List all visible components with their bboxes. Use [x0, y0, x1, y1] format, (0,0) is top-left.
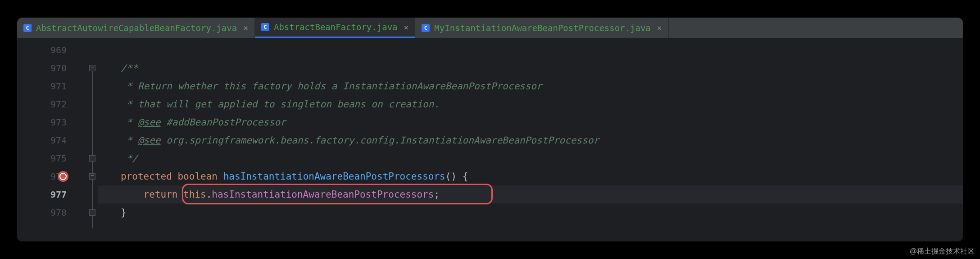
line-number: 973 [50, 117, 67, 128]
comment: * @see org.springframework.beans.factory… [121, 135, 599, 146]
comment: * that will get applied to singleton bea… [121, 99, 440, 110]
editor-window: C AbstractAutowireCapableBeanFactory.jav… [17, 18, 963, 241]
line-number: 970 [50, 63, 67, 74]
line-number: 972 [50, 99, 67, 110]
line-number: 974 [50, 135, 67, 146]
comment: * Return whether this factory holds a In… [121, 81, 542, 92]
class-icon: C [23, 24, 32, 32]
close-icon[interactable]: × [657, 23, 662, 32]
closing-brace: } [121, 207, 127, 218]
breakpoint-icon[interactable] [58, 171, 68, 182]
line-number: 969 [50, 45, 67, 56]
watermark: @稀土掘金技术社区 [910, 247, 975, 256]
tab-file-3[interactable]: C MyInstantiationAwareBeanPostProcessor.… [415, 18, 668, 38]
close-icon[interactable]: × [404, 23, 409, 32]
tab-label: AbstractBeanFactory.java [274, 22, 398, 32]
line-number: 977 [50, 189, 67, 200]
gutter: 969 970 971 972 973 974 975 976 977 💡 97… [17, 38, 98, 241]
fold-icon[interactable] [89, 65, 95, 71]
comment: /** [121, 63, 138, 74]
tab-bar: C AbstractAutowireCapableBeanFactory.jav… [17, 18, 963, 38]
tab-label: MyInstantiationAwareBeanPostProcessor.ja… [434, 23, 650, 33]
fold-icon[interactable] [89, 155, 95, 162]
fold-icon[interactable] [89, 209, 95, 216]
code-content[interactable]: /** * Return whether this factory holds … [98, 38, 963, 241]
close-icon[interactable]: × [243, 23, 248, 32]
class-icon: C [261, 23, 269, 31]
class-icon: C [422, 24, 430, 32]
comment: * @see #addBeanPostProcessor [121, 117, 286, 128]
tab-file-2[interactable]: C AbstractBeanFactory.java × [255, 18, 415, 38]
tab-file-1[interactable]: C AbstractAutowireCapableBeanFactory.jav… [17, 18, 255, 38]
comment: */ [121, 153, 138, 164]
method-declaration: protected boolean hasInstantiationAwareB… [121, 167, 963, 185]
code-area[interactable]: 969 970 971 972 973 974 975 976 977 💡 97… [17, 38, 963, 241]
line-number: 975 [50, 153, 67, 164]
tab-label: AbstractAutowireCapableBeanFactory.java [36, 23, 237, 33]
line-number: 971 [50, 81, 67, 92]
fold-icon[interactable] [89, 173, 95, 180]
line-number: 978 [50, 207, 67, 218]
